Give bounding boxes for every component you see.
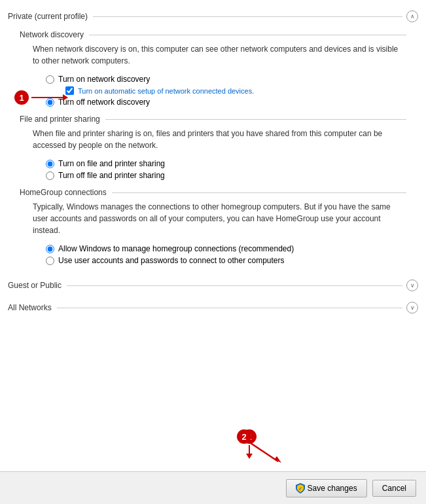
homegroup-label: HomeGroup connections	[20, 188, 107, 197]
annotation-1-arrow	[31, 97, 67, 98]
guest-section-header: Guest or Public ∨	[0, 276, 426, 295]
file-printer-description: When file and printer sharing is on, fil…	[0, 128, 426, 151]
private-collapse-btn[interactable]: ∧	[406, 10, 418, 22]
allow-windows-label: Allow Windows to manage homegroup connec…	[58, 244, 294, 253]
network-discovery-description: When network discovery is on, this compu…	[0, 43, 426, 67]
turn-off-file-label: Turn off file and printer sharing	[58, 171, 165, 180]
turn-off-file-item[interactable]: Turn off file and printer sharing	[46, 171, 406, 180]
all-networks-section-header: All Networks ∨	[0, 298, 426, 317]
all-networks-collapse-btn[interactable]: ∨	[406, 302, 418, 314]
an-divider	[57, 308, 402, 308]
allow-windows-radio[interactable]	[46, 245, 54, 253]
private-section-header: Private (current profile) ∧	[0, 7, 426, 26]
divider-line	[93, 16, 402, 17]
homegroup-description: Typically, Windows manages the connectio…	[0, 201, 426, 236]
turn-on-file-radio[interactable]	[46, 160, 54, 168]
use-user-accounts-label: Use user accounts and passwords to conne…	[58, 256, 285, 265]
hg-divider	[112, 192, 406, 193]
allow-windows-item[interactable]: Allow Windows to manage homegroup connec…	[46, 244, 406, 253]
private-label: Private (current profile)	[8, 12, 88, 21]
all-networks-label: All Networks	[8, 303, 52, 312]
cancel-label: Cancel	[382, 484, 406, 493]
network-discovery-label: Network discovery	[20, 30, 84, 39]
guest-label: Guest or Public	[8, 281, 62, 290]
use-user-accounts-item[interactable]: Use user accounts and passwords to conne…	[46, 256, 406, 265]
homegroup-header: HomeGroup connections	[0, 184, 426, 201]
shield-icon: ✓	[296, 483, 305, 494]
annotation-2-circle: 2	[242, 429, 257, 444]
turn-on-file-item[interactable]: Turn on file and printer sharing	[46, 159, 406, 168]
cancel-button[interactable]: Cancel	[372, 480, 416, 497]
auto-setup-option[interactable]: Turn on automatic setup of network conne…	[46, 86, 406, 95]
use-user-accounts-radio[interactable]	[46, 257, 54, 265]
turn-off-network-label: Turn off network discovery	[58, 98, 150, 107]
arrowhead-2	[246, 454, 253, 459]
arrow-line-2	[249, 445, 250, 458]
annotation-1-circle: 1	[14, 90, 29, 105]
guest-collapse-btn[interactable]: ∨	[406, 279, 418, 291]
fp-divider	[105, 119, 406, 120]
turn-on-network-label: Turn on network discovery	[58, 75, 150, 84]
empty-space	[0, 317, 426, 471]
svg-text:✓: ✓	[298, 486, 302, 491]
file-printer-header: File and printer sharing	[0, 111, 426, 128]
annotation-2: 2	[242, 429, 257, 458]
bottom-bar: ✓ Save changes Cancel	[0, 471, 426, 504]
turn-off-file-radio[interactable]	[46, 171, 54, 180]
turn-on-file-label: Turn on file and printer sharing	[58, 159, 165, 168]
arrowhead-1	[63, 94, 68, 101]
file-printer-label: File and printer sharing	[20, 115, 100, 124]
turn-on-network-item[interactable]: Turn on network discovery	[46, 75, 406, 84]
save-changes-button[interactable]: ✓ Save changes	[286, 479, 367, 497]
annotation-1: 1	[14, 90, 67, 105]
turn-off-network-item[interactable]: Turn off network discovery	[46, 98, 406, 107]
arrow-line-1	[31, 97, 67, 98]
turn-on-network-radio[interactable]	[46, 75, 54, 84]
guest-divider	[67, 285, 402, 286]
nd-divider	[89, 35, 406, 35]
auto-setup-label: Turn on automatic setup of network conne…	[78, 87, 254, 95]
file-printer-options: Turn on file and printer sharing Turn of…	[0, 158, 426, 184]
save-changes-label: Save changes	[308, 484, 357, 493]
network-discovery-header: Network discovery	[0, 26, 426, 43]
homegroup-options: Allow Windows to manage homegroup connec…	[0, 243, 426, 269]
